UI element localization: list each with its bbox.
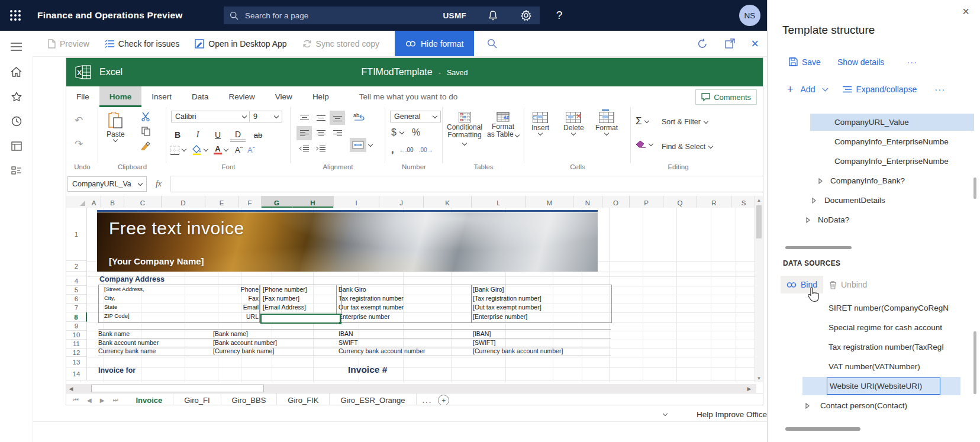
increase-indent-icon[interactable]	[313, 141, 328, 156]
panel-more-button-1[interactable]: ···	[907, 57, 917, 67]
hide-format-button[interactable]: Hide format	[395, 31, 474, 56]
ribbon-tab-home[interactable]: Home	[99, 86, 142, 107]
select-all-corner[interactable]	[66, 196, 88, 208]
data-source-item[interactable]: Special regime for cash account	[768, 318, 980, 337]
horizontal-scroll-thumb[interactable]	[91, 385, 264, 392]
data-source-item[interactable]: SIRET number(CompanyCoRegN	[768, 298, 980, 318]
source-expand-chevron-icon[interactable]	[805, 403, 810, 409]
row-header-6[interactable]: 6	[66, 295, 87, 304]
grid-cell[interactable]: IBAN	[339, 330, 353, 337]
sheet-tab-giro_esr_orange[interactable]: Giro_ESR_Orange	[330, 393, 416, 405]
grid-cell[interactable]: [Enterprise number]	[473, 313, 527, 320]
font-name-select[interactable]: Calibri	[171, 111, 250, 122]
shrink-font-icon[interactable]: Aˇ	[247, 146, 255, 154]
align-middle-icon[interactable]	[313, 111, 328, 125]
row-header-8[interactable]: 8	[66, 312, 87, 322]
merge-chevron[interactable]	[368, 141, 373, 146]
row-header-9[interactable]: 9	[66, 322, 87, 331]
name-box[interactable]: CompanyURL_Va	[67, 176, 147, 192]
ribbon-tab-insert[interactable]: Insert	[141, 86, 182, 107]
tree-item[interactable]: CompanyInfo_EnterpriseNumbe	[768, 151, 980, 171]
ribbon-tab-data[interactable]: Data	[182, 86, 219, 107]
column-header-E[interactable]: E	[205, 196, 238, 208]
row-header-12[interactable]: 12	[66, 349, 87, 357]
panel-more-button-2[interactable]: ···	[934, 84, 945, 94]
panel-close-icon[interactable]: ×	[962, 5, 969, 18]
open-in-desktop-button[interactable]: Open in Desktop App	[195, 39, 286, 49]
autosum-icon[interactable]: Σ	[636, 115, 642, 127]
grid-cell[interactable]: Bank Giro	[339, 286, 366, 293]
first-sheet-icon[interactable]: ⏮	[73, 396, 79, 404]
data-source-item[interactable]: Tax registration number(TaxRegI	[768, 337, 980, 357]
grid-cell[interactable]: Our tax exempt number	[339, 304, 404, 311]
data-source-item[interactable]: Contact person(Contact)	[768, 396, 980, 415]
bind-button[interactable]: Bind	[781, 276, 823, 293]
grid-cell[interactable]: Fax	[188, 295, 259, 302]
find-select-button[interactable]: Find & Select	[662, 143, 705, 151]
row-header-2[interactable]: 2	[66, 261, 87, 272]
column-header-H[interactable]: H	[292, 196, 334, 208]
waffle-menu-icon[interactable]	[10, 10, 21, 21]
merge-center-icon[interactable]	[350, 138, 366, 152]
add-sheet-button[interactable]: +	[438, 395, 449, 405]
ribbon-tab-help[interactable]: Help	[302, 86, 339, 107]
fill-color-icon[interactable]	[192, 145, 202, 155]
format-cells-button[interactable]: Format	[595, 112, 618, 135]
tree-expand-chevron-icon[interactable]	[806, 217, 810, 223]
hamburger-menu-icon[interactable]	[0, 34, 33, 59]
column-header-B[interactable]: B	[101, 196, 124, 208]
decrease-decimal-icon[interactable]: .00→	[419, 147, 433, 153]
grid-cell[interactable]: [Bank account number]	[213, 339, 277, 346]
row-header-7[interactable]: 7	[66, 304, 87, 312]
workspaces-icon[interactable]	[0, 159, 33, 183]
grid-cell[interactable]: [Email Address]	[263, 304, 306, 311]
notifications-bell-icon[interactable]	[486, 9, 499, 22]
tree-horizontal-scroll-thumb[interactable]	[785, 246, 852, 249]
redo-icon[interactable]: ↷	[75, 138, 83, 150]
percent-format-icon[interactable]: %	[412, 127, 420, 138]
panel-scroll-thumb-top[interactable]	[973, 178, 976, 199]
font-size-select[interactable]: 9	[249, 111, 282, 122]
recent-clock-icon[interactable]	[0, 109, 33, 134]
more-sheets-button[interactable]: ...	[417, 393, 439, 405]
row-header-1[interactable]: 1	[66, 208, 87, 261]
close-document-icon[interactable]: ×	[751, 38, 759, 50]
preview-button[interactable]: Preview	[48, 39, 89, 49]
data-source-item[interactable]: Website URI(WebsiteURI)	[768, 376, 980, 396]
column-header-J[interactable]: J	[379, 196, 424, 208]
vertical-scroll-thumb[interactable]	[756, 205, 762, 238]
tree-expand-chevron-icon[interactable]	[812, 198, 816, 204]
conditional-formatting-button[interactable]: ConditionalFormatting	[446, 112, 483, 147]
underline-button[interactable]: U	[210, 128, 225, 141]
sort-filter-button[interactable]: Sort & Filter	[662, 118, 701, 126]
borders-chevron[interactable]	[182, 147, 186, 151]
grid-cell[interactable]: [IBAN]	[473, 330, 491, 337]
clear-chevron[interactable]	[649, 141, 653, 146]
row-header-11[interactable]: 11	[66, 340, 87, 349]
currency-chevron[interactable]	[399, 129, 404, 134]
data-source-item[interactable]: VAT number(VATNumber)	[768, 357, 980, 376]
grid-cell[interactable]: [Fax number]	[263, 295, 299, 302]
grid-cell[interactable]: Company Address	[99, 275, 165, 283]
settings-gear-icon[interactable]	[520, 9, 533, 22]
format-painter-icon[interactable]	[141, 141, 150, 150]
format-as-table-button[interactable]: AZ Formatas Table	[485, 112, 521, 138]
font-color-chevron[interactable]	[224, 147, 228, 151]
column-header-Q[interactable]: Q	[663, 196, 697, 208]
column-header-K[interactable]: K	[424, 196, 472, 208]
home-icon[interactable]	[0, 59, 33, 84]
column-header-R[interactable]: R	[697, 196, 731, 208]
delete-cells-button[interactable]: ✕ Delete	[563, 112, 584, 135]
sheet-tab-invoice[interactable]: Invoice	[125, 393, 173, 405]
refresh-icon[interactable]	[697, 38, 708, 50]
grid-cell[interactable]: [Currency bank name]	[213, 347, 274, 354]
align-left-icon[interactable]	[296, 126, 312, 140]
sync-stored-copy-button[interactable]: Sync stored copy	[302, 39, 379, 49]
footer-chevron-icon[interactable]	[663, 411, 668, 415]
scroll-down-icon[interactable]: ▼	[755, 374, 763, 382]
grid-horizontal-scrollbar[interactable]: ◀ ▶	[66, 384, 756, 393]
comma-format-icon[interactable]: ,	[391, 144, 394, 156]
ribbon-tab-review[interactable]: Review	[219, 86, 265, 107]
row-header-5[interactable]: 5	[66, 286, 87, 295]
grid-cell[interactable]: [Currency bank account number]	[473, 347, 563, 354]
